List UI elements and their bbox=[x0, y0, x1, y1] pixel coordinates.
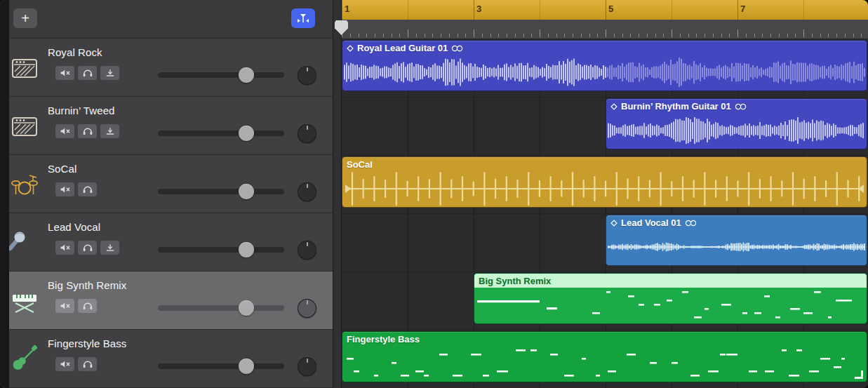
bar-number: 1 bbox=[345, 4, 349, 14]
tick bbox=[531, 34, 532, 37]
tick bbox=[622, 34, 623, 37]
track-header-burnin-tweed[interactable]: Burnin’ Tweed bbox=[0, 97, 333, 155]
bar-line bbox=[672, 0, 672, 20]
tick bbox=[375, 34, 375, 37]
track-controls bbox=[55, 66, 119, 80]
volume-slider-thumb[interactable] bbox=[239, 126, 254, 141]
microphone-icon bbox=[9, 227, 40, 258]
mute-button[interactable] bbox=[55, 182, 74, 196]
solo-headphones-button[interactable] bbox=[78, 241, 97, 255]
region-fingerstyle-bass[interactable]: Fingerstyle Bass bbox=[342, 331, 867, 382]
bar-number: 5 bbox=[608, 4, 613, 14]
volume-slider[interactable] bbox=[158, 247, 284, 253]
pan-knob[interactable] bbox=[298, 66, 316, 85]
add-track-button[interactable]: + bbox=[13, 8, 37, 28]
track-header-royal-rock[interactable]: Royal Rock bbox=[0, 39, 333, 97]
track-header-socal[interactable]: SoCal bbox=[0, 155, 333, 213]
tick bbox=[581, 34, 582, 37]
pan-knob[interactable] bbox=[298, 182, 316, 201]
mute-button[interactable] bbox=[55, 357, 74, 371]
ruler-ticks[interactable] bbox=[342, 20, 868, 39]
track-controls bbox=[55, 357, 97, 371]
tick bbox=[350, 34, 351, 37]
region-royal-lead-guitar-01[interactable]: Royal Lead Guitar 01 bbox=[342, 40, 867, 91]
tick bbox=[614, 34, 615, 37]
volume-slider[interactable] bbox=[158, 363, 284, 369]
tick bbox=[795, 34, 796, 37]
mute-button[interactable] bbox=[55, 241, 74, 255]
volume-slider-thumb[interactable] bbox=[239, 67, 254, 83]
mute-button[interactable] bbox=[55, 299, 74, 313]
catch-playhead-button[interactable] bbox=[291, 8, 315, 28]
track-header-lead-vocal[interactable]: Lead Vocal bbox=[0, 213, 333, 272]
track-lanes: Royal Lead Guitar 01Burnin’ Rhythm Guita… bbox=[342, 39, 868, 388]
tick bbox=[787, 34, 788, 37]
tick bbox=[359, 34, 359, 37]
region-resize-handle[interactable] bbox=[855, 370, 863, 379]
solo-headphones-button[interactable] bbox=[78, 357, 97, 371]
region-name: Fingerstyle Bass bbox=[347, 334, 420, 344]
solo-headphones-button[interactable] bbox=[78, 124, 97, 138]
region-header: SoCal bbox=[342, 157, 867, 171]
tick bbox=[713, 34, 714, 37]
volume-slider-thumb[interactable] bbox=[239, 300, 254, 316]
bar-number: 7 bbox=[740, 4, 745, 14]
mute-button[interactable] bbox=[55, 124, 74, 138]
bar-line bbox=[408, 0, 408, 20]
tick bbox=[383, 34, 384, 37]
tick bbox=[523, 34, 524, 37]
pan-knob[interactable] bbox=[298, 124, 316, 143]
volume-slider[interactable] bbox=[158, 189, 284, 194]
mute-button[interactable] bbox=[55, 66, 74, 80]
tick bbox=[399, 34, 400, 37]
tick bbox=[416, 34, 417, 37]
track-header-big-synth-remix[interactable]: Big Synth Remix bbox=[0, 272, 333, 330]
tick bbox=[366, 34, 367, 37]
beat-ruler[interactable]: 1357 bbox=[342, 0, 868, 20]
input-monitoring-button[interactable] bbox=[100, 66, 119, 80]
region-header: Royal Lead Guitar 01 bbox=[342, 41, 867, 55]
sidebar-timeline-divider[interactable] bbox=[333, 0, 342, 388]
pan-knob[interactable] bbox=[298, 241, 316, 260]
tick bbox=[392, 34, 392, 37]
solo-headphones-button[interactable] bbox=[78, 299, 97, 313]
region-big-synth-remix[interactable]: Big Synth Remix bbox=[474, 273, 867, 324]
solo-headphones-button[interactable] bbox=[78, 182, 97, 196]
solo-headphones-button[interactable] bbox=[78, 66, 97, 80]
lane-separator bbox=[342, 330, 868, 330]
tick bbox=[820, 34, 821, 37]
tick bbox=[680, 34, 681, 37]
pan-knob[interactable] bbox=[298, 357, 316, 376]
volume-slider[interactable] bbox=[158, 305, 284, 311]
track-controls bbox=[55, 182, 97, 196]
volume-slider[interactable] bbox=[158, 72, 284, 78]
follow-tempo-icon bbox=[347, 45, 354, 52]
tick bbox=[770, 34, 771, 37]
track-header-fingerstyle-bass[interactable]: Fingerstyle Bass bbox=[0, 330, 333, 388]
lane-separator bbox=[342, 213, 868, 214]
tick bbox=[861, 34, 862, 37]
tick bbox=[606, 29, 606, 37]
input-monitoring-button[interactable] bbox=[100, 241, 119, 255]
tick bbox=[655, 34, 656, 37]
tick bbox=[853, 34, 854, 37]
region-lead-vocal-01[interactable]: Lead Vocal 01 bbox=[606, 215, 867, 266]
pan-knob[interactable] bbox=[298, 299, 316, 318]
region-header: Fingerstyle Bass bbox=[342, 332, 867, 346]
region-name: Lead Vocal 01 bbox=[621, 218, 681, 228]
track-name: Fingerstyle Bass bbox=[48, 337, 126, 349]
tick bbox=[490, 34, 491, 37]
volume-slider-thumb[interactable] bbox=[239, 359, 254, 374]
volume-slider[interactable] bbox=[158, 131, 284, 136]
volume-slider-thumb[interactable] bbox=[239, 184, 254, 199]
volume-slider-thumb[interactable] bbox=[239, 242, 254, 257]
region-socal[interactable]: SoCal bbox=[342, 156, 867, 208]
track-controls bbox=[55, 124, 119, 138]
lane-separator bbox=[342, 155, 868, 156]
track-name: Lead Vocal bbox=[48, 221, 100, 233]
input-monitoring-button[interactable] bbox=[100, 124, 119, 138]
stereo-icon bbox=[685, 220, 697, 227]
track-name: SoCal bbox=[48, 163, 76, 175]
region-burnin-rhythm-guitar-01[interactable]: Burnin’ Rhythm Guitar 01 bbox=[606, 98, 867, 149]
tick bbox=[548, 34, 549, 37]
